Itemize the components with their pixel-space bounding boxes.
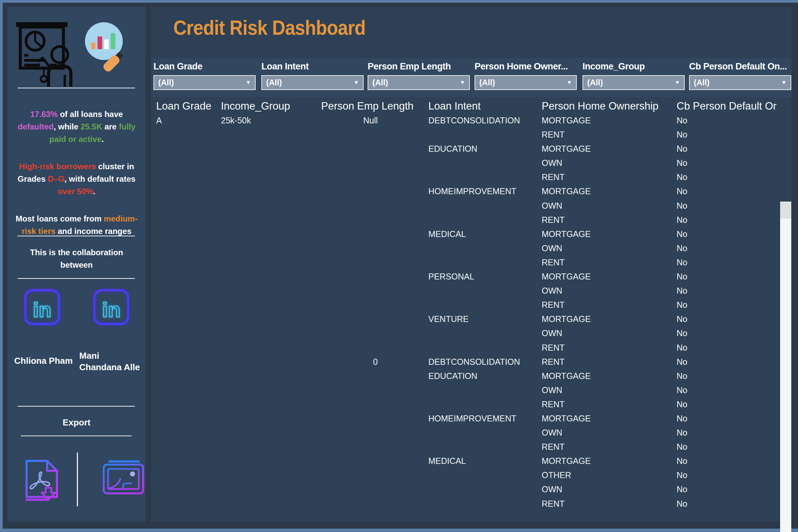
cell-emp[interactable] xyxy=(299,482,378,496)
cell-emp[interactable] xyxy=(299,269,378,284)
cell-emp[interactable] xyxy=(299,468,378,482)
cell-home[interactable]: MORTGAGE xyxy=(542,454,591,468)
cell-emp[interactable] xyxy=(299,128,378,141)
cell-def[interactable]: No xyxy=(676,411,687,425)
cell-intent[interactable]: MEDICAL xyxy=(428,227,466,241)
cell-home[interactable]: OWN xyxy=(542,284,562,298)
cell-home[interactable]: RENT xyxy=(542,440,564,454)
cell-def[interactable]: No xyxy=(676,213,687,227)
cell-intent[interactable]: DEBTCONSOLIDATION xyxy=(428,355,520,369)
cell-def[interactable]: No xyxy=(676,326,687,340)
cell-home[interactable]: RENT xyxy=(542,497,564,511)
cell-emp[interactable] xyxy=(299,369,378,383)
cell-emp[interactable] xyxy=(299,497,378,511)
filter-dropdown[interactable]: (All)▼ xyxy=(261,75,364,90)
export-pdf-button[interactable] xyxy=(21,455,65,509)
cell-def[interactable]: No xyxy=(676,369,687,383)
cell-home[interactable]: RENT xyxy=(542,298,564,312)
cell-def[interactable]: No xyxy=(676,141,687,156)
cell-emp[interactable] xyxy=(299,383,378,397)
cell-intent[interactable]: HOMEIMPROVEMENT xyxy=(428,411,516,425)
cell-emp[interactable] xyxy=(299,255,378,269)
linkedin-icon[interactable]: in xyxy=(92,288,131,327)
cell-home[interactable]: RENT xyxy=(542,397,564,411)
cell-emp[interactable] xyxy=(299,198,378,213)
cell-emp[interactable] xyxy=(299,298,378,312)
cell-emp[interactable] xyxy=(299,326,378,340)
cell-intent[interactable]: MEDICAL xyxy=(428,454,466,468)
cell-home[interactable]: RENT xyxy=(542,128,564,141)
cell-def[interactable]: No xyxy=(676,355,687,369)
cell-home[interactable]: MORTGAGE xyxy=(542,141,591,156)
vertical-scrollbar-thumb[interactable] xyxy=(780,202,791,218)
cell-emp[interactable] xyxy=(299,184,378,198)
cell-emp[interactable] xyxy=(299,411,378,425)
cell-home[interactable]: RENT xyxy=(542,255,564,269)
cell-def[interactable]: No xyxy=(676,184,687,198)
cell-intent[interactable]: PERSONAL xyxy=(428,269,474,284)
cell-home[interactable]: MORTGAGE xyxy=(542,227,591,241)
cell-emp[interactable]: 0 xyxy=(299,355,378,369)
cell-emp[interactable] xyxy=(299,156,378,170)
cell-def[interactable]: No xyxy=(676,454,687,468)
cell-emp[interactable] xyxy=(299,284,378,298)
cell-emp[interactable] xyxy=(299,227,378,241)
cell-emp[interactable] xyxy=(299,440,378,454)
cell-home[interactable]: OWN xyxy=(542,241,562,255)
cell-def[interactable]: No xyxy=(676,298,687,312)
cell-emp[interactable] xyxy=(299,341,378,355)
cell-home[interactable]: MORTGAGE xyxy=(542,369,591,383)
export-image-button[interactable] xyxy=(101,459,145,496)
cell-emp[interactable]: Null xyxy=(299,113,378,128)
cell-emp[interactable] xyxy=(299,241,378,255)
cell-def[interactable]: No xyxy=(676,269,687,284)
cell-home[interactable]: OWN xyxy=(542,482,562,496)
filter-dropdown[interactable]: (All)▼ xyxy=(475,75,577,90)
cell-def[interactable]: No xyxy=(676,440,687,454)
filter-dropdown[interactable]: (All)▼ xyxy=(368,75,470,90)
cell-def[interactable]: No xyxy=(676,170,687,184)
cell-def[interactable]: No xyxy=(676,113,687,128)
cell-emp[interactable] xyxy=(299,141,378,156)
filter-dropdown[interactable]: (All)▼ xyxy=(689,75,791,90)
cell-def[interactable]: No xyxy=(676,227,687,241)
cell-emp[interactable] xyxy=(299,312,378,326)
cell-def[interactable]: No xyxy=(676,468,687,482)
cell-emp[interactable] xyxy=(299,213,378,227)
cell-grade[interactable]: A xyxy=(156,113,162,128)
cell-def[interactable]: No xyxy=(676,397,687,411)
cell-def[interactable]: No xyxy=(676,341,687,355)
cell-def[interactable]: No xyxy=(676,497,687,511)
cell-home[interactable]: OWN xyxy=(542,383,562,397)
cell-home[interactable]: RENT xyxy=(542,355,564,369)
cell-home[interactable]: RENT xyxy=(542,213,564,227)
cell-home[interactable]: RENT xyxy=(542,341,564,355)
cell-intent[interactable]: DEBTCONSOLIDATION xyxy=(428,113,520,128)
cell-home[interactable]: OWN xyxy=(542,425,562,440)
cell-emp[interactable] xyxy=(299,397,378,411)
cell-intent[interactable]: VENTURE xyxy=(428,312,468,326)
cell-def[interactable]: No xyxy=(676,312,687,326)
cell-intent[interactable]: HOMEIMPROVEMENT xyxy=(428,184,516,198)
cell-def[interactable]: No xyxy=(676,255,687,269)
cell-def[interactable]: No xyxy=(676,383,687,397)
cell-def[interactable]: No xyxy=(676,482,687,496)
cell-emp[interactable] xyxy=(299,170,378,184)
cell-home[interactable]: OWN xyxy=(542,156,562,170)
cell-def[interactable]: No xyxy=(676,198,687,213)
filter-dropdown[interactable]: (All)▼ xyxy=(153,75,256,90)
cell-home[interactable]: MORTGAGE xyxy=(542,411,591,425)
cell-emp[interactable] xyxy=(299,454,378,468)
cell-income[interactable]: 25k-50k xyxy=(221,113,251,128)
cell-emp[interactable] xyxy=(299,425,378,440)
cell-home[interactable]: RENT xyxy=(542,170,564,184)
cell-def[interactable]: No xyxy=(676,156,687,170)
filter-dropdown[interactable]: (All)▼ xyxy=(582,75,685,90)
cell-intent[interactable]: EDUCATION xyxy=(428,369,477,383)
cell-home[interactable]: MORTGAGE xyxy=(542,113,591,128)
cell-home[interactable]: MORTGAGE xyxy=(542,269,591,284)
cell-def[interactable]: No xyxy=(676,284,687,298)
vertical-scrollbar[interactable] xyxy=(780,202,791,532)
cell-def[interactable]: No xyxy=(676,128,687,141)
cell-home[interactable]: OWN xyxy=(542,198,562,213)
